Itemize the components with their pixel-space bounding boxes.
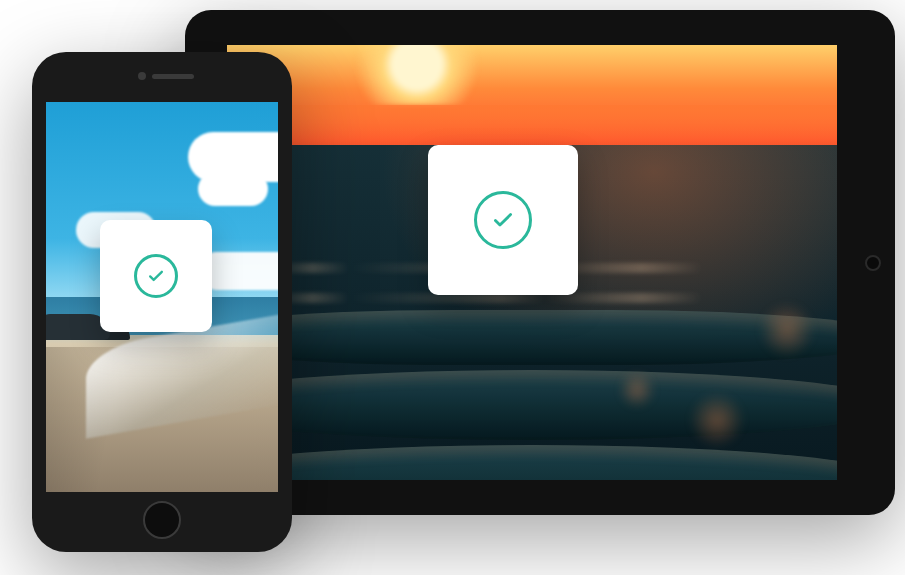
bokeh-sparkle — [757, 300, 817, 360]
phone-home-button[interactable] — [143, 501, 181, 539]
check-icon — [474, 191, 532, 249]
cloud — [198, 172, 268, 206]
ocean-wave — [227, 310, 837, 365]
phone-speaker-icon — [152, 74, 194, 79]
ocean-wave — [227, 370, 837, 440]
phone-camera-icon — [138, 72, 146, 80]
sunset-sun — [347, 45, 487, 105]
check-icon — [134, 254, 178, 298]
bokeh-sparkle — [617, 370, 657, 410]
check-stroke — [495, 215, 510, 226]
success-card-tablet — [428, 145, 578, 295]
bokeh-sparkle — [687, 390, 747, 450]
check-stroke — [150, 272, 162, 280]
success-card-phone — [100, 220, 212, 332]
tablet-home-button[interactable] — [865, 255, 881, 271]
horizon-glow — [227, 105, 837, 145]
device-mockup-stage — [0, 0, 905, 575]
ocean-wave — [227, 445, 837, 480]
